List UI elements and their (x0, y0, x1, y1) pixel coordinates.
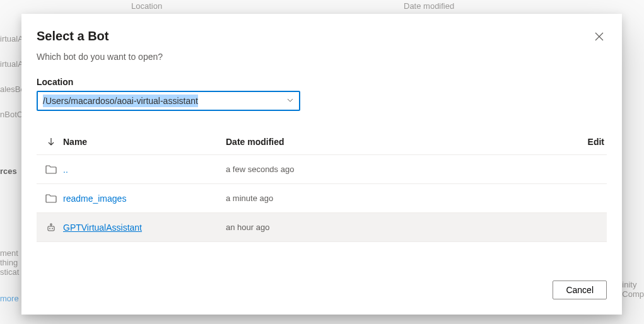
bg-learn-more: more (0, 294, 19, 303)
bg-bottom-line: sticat (0, 267, 19, 277)
bg-bottom-line: thing (0, 258, 19, 267)
location-dropdown[interactable]: /Users/macardoso/aoai-virtual-assistant (37, 91, 300, 111)
bot-icon (39, 223, 63, 233)
dialog-subtitle: Which bot do you want to open? (37, 52, 607, 62)
bg-left-item: irtualA (0, 32, 21, 57)
close-button[interactable] (589, 26, 609, 47)
col-header-edit[interactable]: Edit (566, 137, 604, 147)
col-header-name[interactable]: Name (63, 137, 226, 147)
close-icon (595, 32, 604, 41)
bg-col-location: Location (131, 1, 162, 11)
folder-icon (39, 165, 63, 174)
col-header-date[interactable]: Date modified (226, 137, 566, 147)
svg-point-0 (50, 223, 52, 224)
row-date: an hour ago (226, 223, 566, 232)
svg-point-3 (52, 228, 53, 229)
row-name: readme_images (63, 194, 126, 204)
sort-arrow-down-icon[interactable] (47, 137, 55, 146)
bg-bottom-line: ment (0, 248, 19, 258)
bg-right-line: Comp (622, 289, 644, 299)
bg-left-item: alesBo (0, 82, 21, 107)
bg-left-item: irtualA (0, 57, 21, 82)
table-row[interactable]: .. a few seconds ago (37, 155, 607, 184)
location-value: /Users/macardoso/aoai-virtual-assistant (43, 95, 198, 107)
row-name: .. (63, 165, 68, 175)
dialog-actions: Cancel (553, 281, 607, 299)
location-label: Location (37, 77, 607, 87)
table-header: Name Date modified Edit (37, 129, 607, 155)
chevron-down-icon (286, 95, 294, 107)
row-date: a few seconds ago (226, 165, 566, 174)
cancel-button[interactable]: Cancel (553, 281, 607, 299)
row-name: GPTVirtualAssistant (63, 223, 142, 233)
bg-col-date: Date modified (404, 1, 454, 11)
bg-left-rces: rces (0, 164, 21, 189)
svg-rect-1 (48, 226, 54, 231)
file-table: Name Date modified Edit .. a few seconds… (37, 129, 607, 242)
table-row[interactable]: readme_images a minute ago (37, 184, 607, 213)
bg-right-line: inity (622, 280, 644, 289)
dialog-title: Select a Bot (37, 29, 108, 43)
row-date: a minute ago (226, 194, 566, 203)
bg-left-item: nBotC (0, 107, 21, 132)
table-row[interactable]: GPTVirtualAssistant an hour ago (37, 213, 607, 242)
svg-point-2 (49, 228, 50, 229)
folder-icon (39, 194, 63, 203)
select-bot-dialog: Select a Bot Which bot do you want to op… (21, 14, 622, 315)
